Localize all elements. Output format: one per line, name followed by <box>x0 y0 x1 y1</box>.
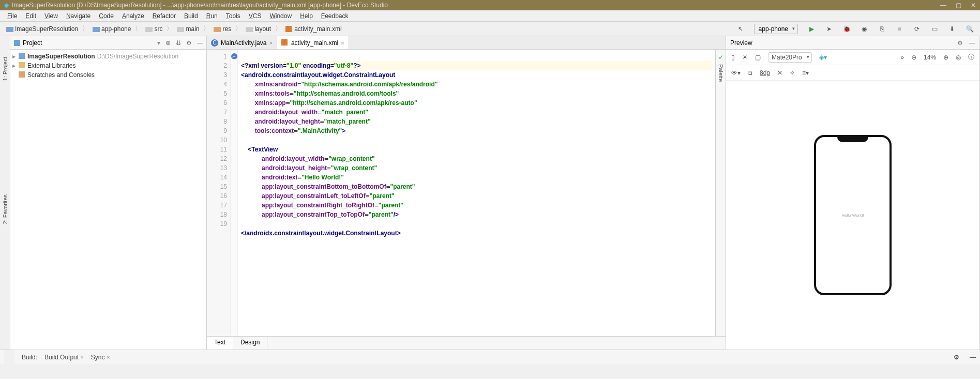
tree-row-scratches[interactable]: Scratches and Consoles <box>12 70 204 80</box>
tab-build-output[interactable]: Build Output × <box>44 354 84 361</box>
menu-feedback[interactable]: Feedback <box>321 12 349 20</box>
crumb-file[interactable]: activity_main.xml <box>282 24 344 34</box>
folder-icon <box>214 26 221 32</box>
menu-code[interactable]: Code <box>99 12 114 20</box>
editor: C MainActivity.java × activity_main.xml … <box>207 36 726 350</box>
tree-row-project[interactable]: ▸ ImageSuperResolution D:\DS\ImageSuperR… <box>12 52 204 61</box>
device-portrait-icon[interactable]: ▯ <box>731 54 735 61</box>
class-gutter-icon[interactable]: C <box>231 53 237 59</box>
gear-icon[interactable]: ⚙ <box>186 39 192 47</box>
search-icon[interactable]: 🔍 <box>966 25 974 33</box>
more-icon[interactable]: » <box>900 54 904 61</box>
hide-icon[interactable]: — <box>197 39 203 47</box>
default-margin[interactable]: 8dp <box>760 69 770 77</box>
info-icon[interactable]: ⓘ <box>968 53 974 62</box>
menu-build[interactable]: Build <box>184 12 198 20</box>
maximize-icon[interactable]: ▢ <box>956 2 961 9</box>
project-dropdown-icon[interactable]: ▾ <box>157 39 160 47</box>
tab-close-icon[interactable]: × <box>341 40 344 46</box>
stop-icon[interactable]: ■ <box>895 25 903 33</box>
avd-manager-icon[interactable]: ▭ <box>930 25 939 33</box>
menu-help[interactable]: Help <box>300 12 313 20</box>
theme-icon[interactable]: ☀ <box>742 54 748 61</box>
align-icon[interactable]: ≡▾ <box>802 69 809 77</box>
hide-icon[interactable]: — <box>969 39 975 47</box>
crumb-module[interactable]: app-phone <box>89 24 134 34</box>
build-hammer-icon[interactable]: ↖ <box>736 25 745 33</box>
code-area[interactable]: <?xml version="1.0" encoding="utf-8"?> <… <box>238 50 715 336</box>
left-tab-project[interactable]: 1: Project <box>2 57 8 81</box>
tab-close-icon[interactable]: × <box>269 40 272 46</box>
crumb-src[interactable]: src <box>142 24 165 34</box>
crumb-res[interactable]: res <box>210 24 234 34</box>
menu-analyze[interactable]: Analyze <box>122 12 144 20</box>
tab-sync[interactable]: Sync × <box>91 354 110 361</box>
attach-debugger-icon[interactable]: ⎘ <box>878 25 886 33</box>
tab-design[interactable]: Design <box>233 337 267 350</box>
magnet-icon[interactable]: ⧉ <box>748 69 752 77</box>
tree-caret-icon[interactable]: ▸ <box>12 62 18 69</box>
palette-tab[interactable]: Palette <box>718 64 724 82</box>
menu-file[interactable]: File <box>7 12 17 20</box>
close-icon[interactable]: × <box>107 354 110 360</box>
gear-icon[interactable]: ⚙ <box>957 39 963 47</box>
project-tree[interactable]: ▸ ImageSuperResolution D:\DS\ImageSuperR… <box>10 50 206 82</box>
clear-constraints-icon[interactable]: ✕ <box>777 69 782 77</box>
zoom-in-icon[interactable]: ⊕ <box>943 54 948 61</box>
inspection-ok-icon[interactable]: ✓ <box>718 54 723 61</box>
menu-view[interactable]: View <box>44 12 58 20</box>
minimize-icon[interactable]: — <box>940 2 946 9</box>
navigation-row: ImageSuperResolution〉 app-phone〉 src〉 ma… <box>0 22 980 36</box>
api-selector-icon[interactable]: ◈▾ <box>819 54 827 61</box>
debug-bug-icon[interactable]: 🐞 <box>842 25 851 33</box>
device-selector[interactable]: Mate20Pro <box>768 52 812 63</box>
label-build: Build: <box>22 354 37 361</box>
tab-text[interactable]: Text <box>207 337 233 350</box>
window-title: ImageSuperResolution [D:\DS\ImageSuperRe… <box>12 2 388 9</box>
crumb-main[interactable]: main <box>174 24 202 34</box>
menu-vcs[interactable]: VCS <box>249 12 262 20</box>
run-configuration-selector[interactable]: app-phone <box>754 24 798 34</box>
left-tab-favorites[interactable]: 2: Favorites <box>2 194 8 224</box>
crumb-layout[interactable]: layout <box>243 24 274 34</box>
tree-row-external-libraries[interactable]: ▸ External Libraries <box>12 61 204 70</box>
infer-constraints-icon[interactable]: ✧ <box>790 69 795 77</box>
svg-rect-8 <box>19 53 25 59</box>
collapse-icon[interactable]: ⇊ <box>176 39 181 47</box>
eye-icon[interactable]: 👁▾ <box>731 69 741 77</box>
editor-right-strip: ✓ Palette <box>715 50 726 336</box>
menu-edit[interactable]: Edit <box>25 12 36 20</box>
crumb-project[interactable]: ImageSuperResolution <box>3 24 81 34</box>
sdk-manager-icon[interactable]: ⬇ <box>948 25 956 33</box>
library-icon <box>19 62 26 69</box>
debug-arrow-icon[interactable]: ➤ <box>825 25 833 33</box>
menu-window[interactable]: Window <box>269 12 292 20</box>
zoom-level: 14% <box>924 54 936 61</box>
zoom-out-icon[interactable]: ⊖ <box>911 54 916 61</box>
tab-mainactivity[interactable]: C MainActivity.java × <box>207 36 277 49</box>
folder-icon <box>93 26 100 32</box>
hide-icon[interactable]: — <box>970 354 976 361</box>
device-preview[interactable]: Hello World! <box>814 135 892 295</box>
close-icon[interactable]: × <box>80 354 83 360</box>
close-icon[interactable]: ✕ <box>971 2 976 9</box>
sync-icon[interactable]: ⟳ <box>913 25 921 33</box>
tab-activity-main[interactable]: activity_main.xml × <box>277 36 349 49</box>
tree-caret-icon[interactable]: ▸ <box>12 53 18 60</box>
project-tool-window: Project ▾ ⊕ ⇊ ⚙ — ▸ ImageSuperResolution… <box>10 36 207 350</box>
fold-gutter[interactable]: C <box>231 50 238 336</box>
svg-rect-5 <box>246 27 253 32</box>
project-panel-title[interactable]: Project <box>23 39 155 47</box>
menu-run[interactable]: Run <box>206 12 218 20</box>
xml-file-icon <box>281 39 289 47</box>
zoom-fit-icon[interactable]: ◎ <box>956 54 961 61</box>
profile-icon[interactable]: ◉ <box>860 25 868 33</box>
line-gutter[interactable]: 12345678910111213141516171819 <box>207 50 231 336</box>
run-icon[interactable]: ▶ <box>807 25 816 33</box>
menu-tools[interactable]: Tools <box>226 12 240 20</box>
menu-refactor[interactable]: Refactor <box>153 12 176 20</box>
viewport-icon[interactable]: ▢ <box>755 54 761 61</box>
gear-icon[interactable]: ⚙ <box>954 354 959 361</box>
menu-navigate[interactable]: Navigate <box>66 12 91 20</box>
locate-icon[interactable]: ⊕ <box>165 39 171 47</box>
